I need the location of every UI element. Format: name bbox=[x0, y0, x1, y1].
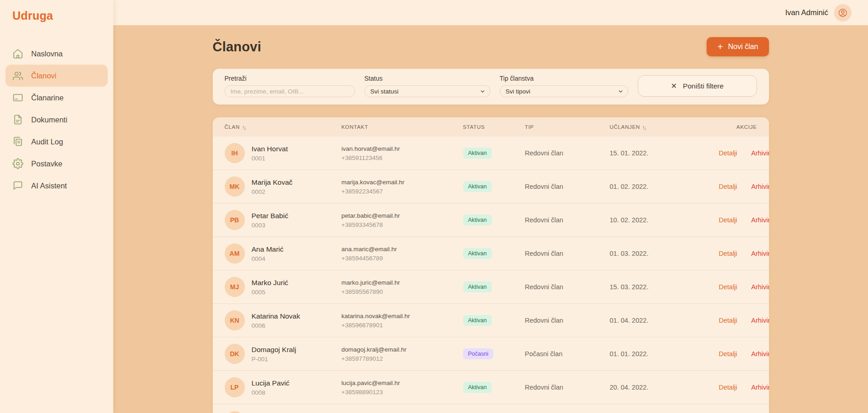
joined-date: 01. 03. 2022. bbox=[610, 250, 707, 257]
member-email: marko.juric@email.hr bbox=[342, 279, 463, 286]
sidebar-item-clanovi[interactable]: Članovi bbox=[6, 65, 108, 87]
members-table: ČLAN ↑↓ KONTAKT STATUS TIP bbox=[213, 117, 769, 413]
member-name: Katarina Novak bbox=[252, 312, 300, 320]
status-badge: Aktivan bbox=[463, 248, 492, 259]
sidebar-item-label: Dokumenti bbox=[31, 116, 67, 124]
search-label: Pretraži bbox=[225, 75, 355, 82]
table-row: DK Domagoj Kralj P-001 domagoj.kralj@ema… bbox=[213, 337, 769, 371]
member-id: 0008 bbox=[252, 389, 290, 396]
archive-link[interactable]: Arhiviraj bbox=[751, 216, 768, 224]
avatar: FL bbox=[225, 411, 245, 413]
details-link[interactable]: Detalji bbox=[719, 216, 737, 224]
archive-link[interactable]: Arhiviraj bbox=[751, 183, 768, 190]
archive-link[interactable]: Arhiviraj bbox=[751, 149, 768, 157]
sidebar-item-audit-log[interactable]: Audit Log bbox=[6, 131, 108, 153]
clear-filters-button[interactable]: ✕ Poništi filtere bbox=[638, 75, 757, 97]
membership-type: Redovni član bbox=[525, 250, 610, 257]
sidebar-item-label: Postavke bbox=[31, 160, 62, 168]
avatar: LP bbox=[225, 377, 245, 397]
topbar: Ivan Adminić bbox=[113, 0, 868, 25]
archive-link[interactable]: Arhiviraj bbox=[751, 250, 768, 257]
new-member-button[interactable]: + Novi član bbox=[707, 37, 768, 56]
column-header-actions: AKCIJE bbox=[707, 124, 757, 130]
column-header-joined[interactable]: UČLANJEN ↑↓ bbox=[610, 124, 707, 130]
details-link[interactable]: Detalji bbox=[719, 350, 737, 358]
archive-link[interactable]: Arhiviraj bbox=[751, 283, 768, 291]
archive-link[interactable]: Arhiviraj bbox=[751, 317, 768, 324]
member-email: petar.babic@email.hr bbox=[342, 212, 463, 219]
archive-link[interactable]: Arhiviraj bbox=[751, 350, 768, 358]
status-badge: Aktivan bbox=[463, 181, 492, 192]
details-link[interactable]: Detalji bbox=[719, 183, 737, 190]
joined-date: 01. 04. 2022. bbox=[610, 317, 707, 324]
status-badge: Aktivan bbox=[463, 148, 492, 159]
page-title: Članovi bbox=[213, 39, 261, 55]
joined-date: 01. 02. 2022. bbox=[610, 183, 707, 190]
joined-date: 15. 01. 2022. bbox=[610, 149, 707, 157]
member-email: lucija.pavic@email.hr bbox=[342, 380, 463, 386]
column-header-status: STATUS bbox=[463, 124, 525, 130]
avatar: KN bbox=[225, 310, 245, 330]
member-name: Domagoj Kralj bbox=[252, 346, 296, 354]
close-icon: ✕ bbox=[671, 82, 677, 90]
member-id: 0005 bbox=[252, 289, 288, 296]
member-email: ivan.horvat@email.hr bbox=[342, 145, 463, 152]
type-filter-select[interactable]: Svi tipovi bbox=[500, 85, 628, 97]
sidebar-item-dokumenti[interactable]: Dokumenti bbox=[6, 109, 108, 131]
details-link[interactable]: Detalji bbox=[719, 149, 737, 157]
membership-type: Redovni član bbox=[525, 183, 610, 190]
table-body: IH Ivan Horvat 0001 ivan.horvat@email.hr… bbox=[213, 137, 769, 413]
user-name: Ivan Adminić bbox=[785, 8, 828, 17]
plus-icon: + bbox=[717, 42, 723, 51]
document-icon bbox=[12, 114, 23, 125]
status-filter-select[interactable]: Svi statusi bbox=[365, 85, 490, 97]
member-phone: +38595567890 bbox=[342, 288, 463, 295]
membership-type: Počasni član bbox=[525, 350, 610, 358]
chat-icon bbox=[12, 180, 23, 191]
joined-date: 15. 03. 2022. bbox=[610, 283, 707, 291]
details-link[interactable]: Detalji bbox=[719, 384, 737, 391]
status-badge: Počasni bbox=[463, 348, 493, 359]
member-id: 0004 bbox=[252, 255, 284, 262]
column-header-member[interactable]: ČLAN ↑↓ bbox=[225, 124, 342, 130]
user-circle-icon bbox=[838, 8, 848, 18]
member-email: domagoj.kralj@email.hr bbox=[342, 346, 463, 353]
column-header-type: TIP bbox=[525, 124, 610, 130]
avatar: PB bbox=[225, 210, 245, 230]
user-avatar-button[interactable] bbox=[834, 4, 851, 22]
sidebar-item-ai-asistent[interactable]: AI Asistent bbox=[6, 175, 108, 197]
sidebar-item-postavke[interactable]: Postavke bbox=[6, 153, 108, 175]
membership-type: Redovni član bbox=[525, 149, 610, 157]
home-icon bbox=[12, 48, 23, 59]
membership-type: Redovni član bbox=[525, 283, 610, 291]
member-email: ana.maric@email.hr bbox=[342, 246, 463, 253]
joined-date: 20. 04. 2022. bbox=[610, 384, 707, 391]
member-id: 0002 bbox=[252, 188, 293, 195]
status-badge: Aktivan bbox=[463, 382, 492, 393]
details-link[interactable]: Detalji bbox=[719, 317, 737, 324]
membership-type: Redovni član bbox=[525, 317, 610, 324]
status-filter-label: Status bbox=[365, 75, 490, 82]
sidebar-item-naslovna[interactable]: Naslovna bbox=[6, 43, 108, 65]
sidebar-item-label: Audit Log bbox=[31, 138, 63, 146]
status-badge: Aktivan bbox=[463, 315, 492, 326]
status-badge: Aktivan bbox=[463, 281, 492, 292]
filter-bar: Pretraži Status Svi statusi Tip bbox=[213, 69, 769, 105]
archive-link[interactable]: Arhiviraj bbox=[751, 384, 768, 391]
gear-icon bbox=[12, 158, 23, 169]
table-header-row: ČLAN ↑↓ KONTAKT STATUS TIP bbox=[213, 117, 769, 137]
membership-type: Redovni član bbox=[525, 216, 610, 224]
member-phone: +38591123456 bbox=[342, 154, 463, 161]
member-name: Ivan Horvat bbox=[252, 145, 288, 153]
member-phone: +38596678901 bbox=[342, 322, 463, 329]
member-name: Lucija Pavić bbox=[252, 379, 290, 387]
member-name: Ana Marić bbox=[252, 245, 284, 253]
details-link[interactable]: Detalji bbox=[719, 250, 737, 257]
member-id: P-001 bbox=[252, 356, 296, 363]
main-content: Članovi + Novi član Pretraži Status bbox=[113, 25, 868, 413]
member-email: marija.kovac@email.hr bbox=[342, 179, 463, 186]
sidebar-item-clanarine[interactable]: Članarine bbox=[6, 87, 108, 109]
details-link[interactable]: Detalji bbox=[719, 283, 737, 291]
type-filter-label: Tip članstva bbox=[500, 75, 628, 82]
search-input[interactable] bbox=[225, 85, 355, 97]
